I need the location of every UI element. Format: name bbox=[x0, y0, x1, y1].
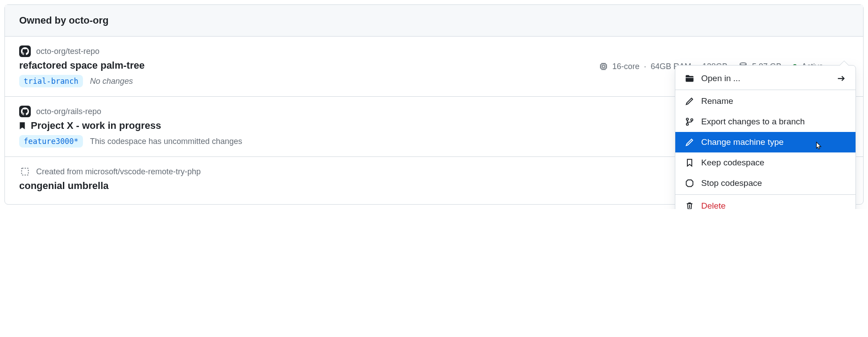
github-icon bbox=[19, 45, 31, 57]
bookmark-filled-icon bbox=[19, 122, 26, 130]
menu-label: Keep codespace bbox=[701, 158, 765, 168]
branch-line: feature3000* This codespace has uncommit… bbox=[19, 135, 723, 148]
menu-open-in[interactable]: Open in ... bbox=[675, 68, 856, 90]
svg-rect-0 bbox=[601, 64, 606, 69]
repo-name[interactable]: octo-org/test-repo bbox=[36, 47, 99, 56]
svg-point-16 bbox=[686, 123, 689, 125]
bookmark-icon bbox=[685, 158, 694, 167]
menu-label: Export changes to a branch bbox=[701, 117, 805, 127]
menu-label: Open in ... bbox=[701, 74, 740, 83]
pencil-icon bbox=[685, 97, 694, 106]
github-icon bbox=[19, 106, 31, 117]
cursor-icon bbox=[814, 141, 823, 151]
codespace-title[interactable]: Project X - work in progress bbox=[31, 120, 161, 132]
menu-rename[interactable]: Rename bbox=[675, 91, 856, 111]
repo-line: Created from microsoft/vscode-remote-try… bbox=[19, 166, 727, 177]
menu-label: Delete bbox=[701, 201, 726, 209]
branch-line: trial-branch No changes bbox=[19, 75, 599, 87]
codespace-info: octo-org/test-repo refactored space palm… bbox=[19, 45, 599, 87]
title-line: Project X - work in progress bbox=[19, 120, 723, 132]
separator-dot: · bbox=[644, 62, 646, 71]
spec-cpu: 16-core bbox=[612, 62, 640, 71]
menu-label: Change machine type bbox=[701, 137, 784, 147]
changes-status: This codespace has uncommitted changes bbox=[90, 137, 242, 146]
codespace-title[interactable]: refactored space palm-tree bbox=[19, 60, 145, 71]
menu-label: Rename bbox=[701, 96, 733, 106]
codespace-title[interactable]: congenial umbrella bbox=[19, 180, 109, 192]
codespace-info: Created from microsoft/vscode-remote-try… bbox=[19, 166, 727, 195]
actions-dropdown: Open in ... Rename Export changes to a b… bbox=[675, 65, 856, 209]
svg-rect-1 bbox=[602, 66, 604, 68]
codespace-info: octo-org/rails-repo Project X - work in … bbox=[19, 106, 723, 148]
template-icon bbox=[19, 166, 31, 177]
svg-point-15 bbox=[686, 118, 689, 120]
svg-rect-32 bbox=[21, 168, 28, 175]
cpu-icon bbox=[599, 62, 608, 71]
menu-keep-codespace[interactable]: Keep codespace bbox=[675, 152, 856, 173]
title-line: congenial umbrella bbox=[19, 180, 727, 192]
menu-delete[interactable]: Delete bbox=[675, 194, 856, 209]
arrow-right-icon bbox=[837, 74, 846, 83]
folder-open-icon bbox=[685, 74, 694, 83]
title-line: refactored space palm-tree bbox=[19, 60, 599, 71]
repo-name[interactable]: octo-org/rails-repo bbox=[36, 107, 101, 116]
codespace-row: octo-org/test-repo refactored space palm… bbox=[5, 37, 863, 97]
stop-icon bbox=[685, 179, 694, 188]
repo-name[interactable]: Created from microsoft/vscode-remote-try… bbox=[36, 167, 201, 177]
svg-point-17 bbox=[691, 119, 693, 121]
trash-icon bbox=[685, 201, 694, 209]
menu-stop-codespace[interactable]: Stop codespace bbox=[675, 173, 856, 193]
panel-header: Owned by octo-org bbox=[5, 5, 863, 37]
branch-badge[interactable]: trial-branch bbox=[19, 75, 83, 87]
repo-line: octo-org/test-repo bbox=[19, 45, 599, 57]
menu-label: Stop codespace bbox=[701, 178, 762, 188]
menu-change-machine[interactable]: Change machine type bbox=[675, 132, 856, 152]
git-branch-icon bbox=[685, 117, 694, 126]
changes-status: No changes bbox=[90, 77, 133, 86]
codespaces-panel: Owned by octo-org octo-org/test-repo ref… bbox=[4, 4, 864, 205]
repo-line: octo-org/rails-repo bbox=[19, 106, 723, 117]
menu-export-branch[interactable]: Export changes to a branch bbox=[675, 111, 856, 132]
branch-badge[interactable]: feature3000* bbox=[19, 135, 83, 148]
panel-title: Owned by octo-org bbox=[19, 15, 849, 26]
pencil-icon bbox=[685, 138, 694, 147]
